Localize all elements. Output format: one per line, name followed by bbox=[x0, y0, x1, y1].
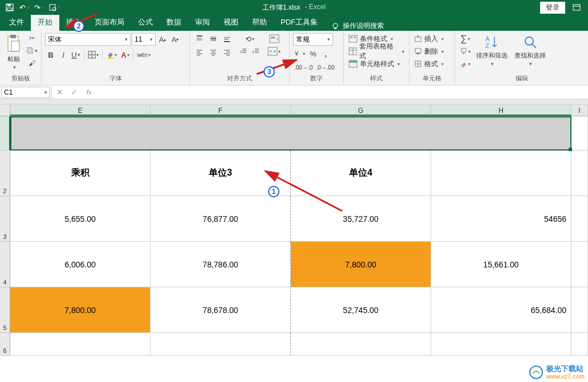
redo-button[interactable]: ↷▾ bbox=[33, 1, 46, 14]
cell-E1[interactable] bbox=[10, 116, 151, 151]
cell-F3[interactable]: 76,877.00 bbox=[151, 196, 291, 242]
name-box[interactable]: C1▾ bbox=[1, 87, 50, 98]
font-color-button[interactable]: A bbox=[119, 49, 131, 60]
col-header-I[interactable]: I bbox=[571, 105, 588, 116]
cell-I6[interactable] bbox=[571, 333, 588, 356]
merge-center-button[interactable] bbox=[266, 46, 282, 57]
decrease-indent-button[interactable] bbox=[238, 46, 249, 57]
comma-button[interactable]: , bbox=[320, 48, 331, 59]
accounting-format-button[interactable]: ¥ bbox=[293, 48, 306, 59]
row-header-4[interactable]: 4 bbox=[0, 242, 10, 287]
decrease-decimal-button[interactable]: .0→.00 bbox=[315, 62, 335, 73]
align-bottom-button[interactable] bbox=[221, 33, 233, 44]
formula-input[interactable] bbox=[96, 87, 588, 98]
increase-indent-button[interactable] bbox=[250, 46, 262, 57]
cell-F6[interactable] bbox=[151, 333, 291, 356]
cancel-formula-button[interactable]: ✕ bbox=[52, 87, 67, 98]
number-format-combo[interactable]: 常规▾ bbox=[293, 33, 333, 46]
undo-button[interactable]: ↶▾ bbox=[18, 1, 31, 14]
increase-font-button[interactable]: A▴ bbox=[157, 34, 168, 45]
format-cells-button[interactable]: 格式 bbox=[413, 58, 445, 70]
row-header-1[interactable] bbox=[0, 116, 10, 151]
row-header-3[interactable]: 3 bbox=[0, 196, 10, 242]
cell-G4[interactable]: 7,800.00 bbox=[291, 242, 431, 287]
italic-button[interactable]: I bbox=[58, 49, 69, 60]
border-button[interactable] bbox=[87, 49, 100, 60]
format-table-button[interactable]: 套用表格格式 bbox=[347, 46, 405, 57]
underline-button[interactable]: U▾ bbox=[70, 49, 82, 60]
cell-H3[interactable]: 54656 bbox=[431, 196, 571, 242]
login-button[interactable]: 登录 bbox=[540, 2, 565, 14]
worksheet[interactable]: E F G H I 2 乘积 单位3 单位4 3 5,655.00 76,877… bbox=[0, 105, 588, 356]
percent-button[interactable]: % bbox=[307, 48, 319, 59]
cell-F4[interactable]: 78,786.00 bbox=[151, 242, 291, 287]
print-preview-button[interactable]: ▾ bbox=[48, 1, 60, 14]
autosum-button[interactable]: ∑ bbox=[459, 33, 472, 44]
format-painter-button[interactable]: 🖌 bbox=[26, 58, 38, 68]
decrease-font-button[interactable]: A▾ bbox=[169, 34, 181, 45]
cell-E3[interactable]: 5,655.00 bbox=[10, 196, 151, 242]
align-middle-button[interactable] bbox=[207, 33, 220, 44]
cell-I5[interactable] bbox=[571, 287, 588, 333]
row-header-2[interactable]: 2 bbox=[0, 151, 10, 196]
fill-color-button[interactable] bbox=[105, 49, 118, 60]
clear-button[interactable] bbox=[459, 58, 472, 70]
align-right-button[interactable] bbox=[221, 47, 233, 58]
row-header-5[interactable]: 5 bbox=[0, 287, 10, 333]
select-all-corner[interactable] bbox=[0, 105, 10, 116]
save-button[interactable] bbox=[3, 1, 16, 14]
tab-home[interactable]: 开始 bbox=[31, 14, 59, 31]
bold-button[interactable]: B bbox=[45, 49, 56, 60]
cell-G6[interactable] bbox=[291, 333, 431, 356]
cell-I1[interactable] bbox=[571, 116, 588, 151]
cell-E5[interactable]: 7,800.00 bbox=[10, 287, 151, 333]
font-size-combo[interactable]: 11▾ bbox=[132, 33, 156, 46]
cell-G3[interactable]: 35,727.00 bbox=[291, 196, 431, 242]
tell-me-search[interactable]: 操作说明搜索 bbox=[331, 21, 384, 31]
fill-button[interactable] bbox=[459, 46, 472, 57]
cell-H5[interactable]: 65,684.00 bbox=[431, 287, 571, 333]
cell-G2[interactable]: 单位4 bbox=[291, 151, 431, 196]
cell-F1[interactable] bbox=[151, 116, 291, 151]
cell-I3[interactable] bbox=[571, 196, 588, 242]
tab-review[interactable]: 审阅 bbox=[188, 14, 217, 31]
row-header-6[interactable]: 6 bbox=[0, 333, 10, 356]
cut-button[interactable]: ✂ bbox=[26, 33, 38, 43]
tab-file[interactable]: 文件 bbox=[2, 14, 31, 31]
phonetic-button[interactable]: wén bbox=[136, 49, 151, 60]
cell-I2[interactable] bbox=[571, 151, 588, 196]
col-header-H[interactable]: H bbox=[431, 105, 571, 116]
cell-H4[interactable]: 15,661.00 bbox=[431, 242, 571, 287]
wrap-text-button[interactable]: ab bbox=[266, 33, 282, 44]
cell-H2[interactable] bbox=[431, 151, 571, 196]
insert-function-button[interactable]: fx bbox=[82, 87, 96, 98]
cell-E6[interactable] bbox=[10, 333, 151, 356]
col-header-G[interactable]: G bbox=[291, 105, 431, 116]
tab-view[interactable]: 视图 bbox=[217, 14, 245, 31]
enter-formula-button[interactable]: ✓ bbox=[67, 87, 82, 98]
cell-styles-button[interactable]: 单元格样式 bbox=[347, 58, 405, 70]
cell-E4[interactable]: 6,006.00 bbox=[10, 242, 151, 287]
cell-G1[interactable] bbox=[291, 116, 431, 151]
cell-G5[interactable]: 52,745.00 bbox=[291, 287, 431, 333]
find-select-button[interactable]: 查找和选择▾ bbox=[512, 33, 548, 68]
cell-H1[interactable] bbox=[431, 116, 571, 151]
paste-button[interactable]: 粘贴 ▾ bbox=[3, 33, 24, 71]
col-header-E[interactable]: E bbox=[10, 105, 151, 116]
sort-filter-button[interactable]: AZ 排序和筛选▾ bbox=[474, 33, 510, 68]
orientation-button[interactable]: ⟲ bbox=[238, 33, 262, 44]
tab-help[interactable]: 帮助 bbox=[245, 14, 274, 31]
col-header-F[interactable]: F bbox=[151, 105, 291, 116]
increase-decimal-button[interactable]: .00→.0 bbox=[293, 62, 314, 73]
insert-cells-button[interactable]: 插入 bbox=[413, 33, 445, 44]
ribbon-display-options-button[interactable] bbox=[570, 2, 583, 13]
tab-layout[interactable]: 页面布局 bbox=[88, 14, 131, 31]
tab-pdf[interactable]: PDF工具集 bbox=[274, 14, 325, 31]
tab-formulas[interactable]: 公式 bbox=[131, 14, 160, 31]
cell-I4[interactable] bbox=[571, 242, 588, 287]
tab-data[interactable]: 数据 bbox=[160, 14, 188, 31]
align-top-button[interactable] bbox=[193, 33, 206, 44]
cell-E2[interactable]: 乘积 bbox=[10, 151, 151, 196]
font-name-combo[interactable]: 宋体▾ bbox=[45, 33, 131, 46]
cell-H6[interactable] bbox=[431, 333, 571, 356]
